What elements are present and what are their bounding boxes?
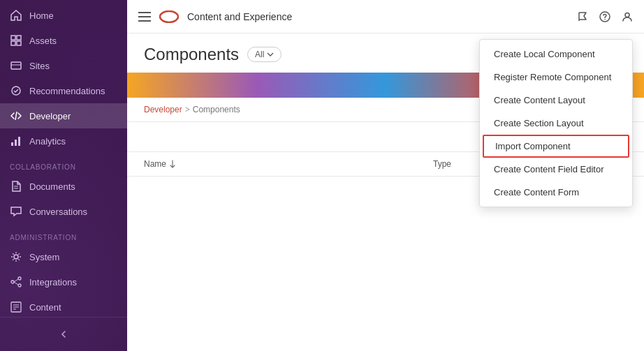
menu-item-create-content-form[interactable]: Create Content Form: [480, 181, 632, 204]
menu-item-register-remote-component[interactable]: Register Remote Component: [480, 66, 632, 89]
menu-item-create-section-layout[interactable]: Create Section Layout: [480, 112, 632, 135]
menu-item-create-content-field-editor[interactable]: Create Content Field Editor: [480, 158, 632, 181]
dropdown-menu: Create Local Component Register Remote C…: [479, 39, 633, 207]
menu-item-create-local-component[interactable]: Create Local Component: [480, 43, 632, 66]
menu-item-create-content-layout[interactable]: Create Content Layout: [480, 89, 632, 112]
menu-item-import-component[interactable]: Import Component: [483, 135, 629, 158]
